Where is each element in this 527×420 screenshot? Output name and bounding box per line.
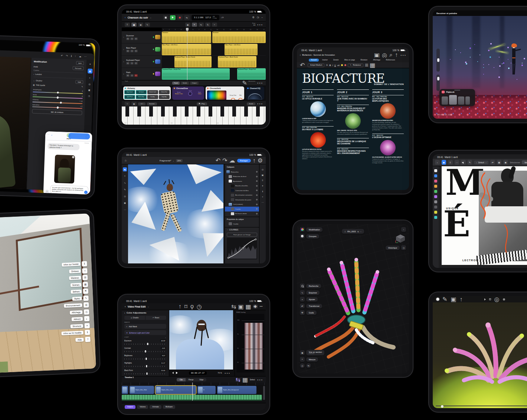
layer-row[interactable]: Ajustements xyxy=(225,179,259,184)
alchemy-pad[interactable]: Bright Arp xyxy=(159,95,170,99)
mode-option[interactable]: Edge xyxy=(197,378,207,381)
slider-value[interactable]: 15.44 xyxy=(160,369,166,372)
redo-icon[interactable]: ↷ xyxy=(66,54,68,57)
layer-row[interactable]: Correction du bleu xyxy=(225,188,259,193)
viewer[interactable] xyxy=(169,310,233,370)
crop-icon[interactable]: ▣ xyxy=(88,89,91,91)
photo-canvas[interactable] xyxy=(0,53,31,189)
project-title[interactable]: Chanson du soir xyxy=(128,16,148,19)
layer-visibility-icon[interactable] xyxy=(256,180,258,182)
layer-visibility-icon[interactable] xyxy=(256,185,258,187)
adjustment-slider[interactable]: Highlights 11.27 xyxy=(124,362,166,367)
timeline-scrollbar[interactable] xyxy=(263,386,265,400)
ribbon-tab[interactable]: Révision xyxy=(359,59,370,62)
mute-button[interactable]: M xyxy=(126,62,130,65)
scrubber-handle[interactable] xyxy=(441,405,443,408)
text-tool[interactable] xyxy=(434,206,437,209)
collapse-icon[interactable]: − xyxy=(360,230,361,233)
panel-button[interactable]: ✎ xyxy=(83,295,89,301)
timecode[interactable]: 00:00:27:17 xyxy=(189,371,207,375)
wet-knob[interactable]: Wet xyxy=(238,91,243,100)
brush-tool[interactable] xyxy=(434,185,437,188)
brush-size-slider[interactable] xyxy=(436,49,440,72)
slider-value[interactable]: 11.27 xyxy=(160,362,166,364)
history-icon[interactable]: ◷ xyxy=(88,95,90,97)
panel-button[interactable]: ▦ xyxy=(83,282,88,287)
region[interactable]: Keyboard Player - Broken Chords xyxy=(174,56,212,68)
export-icon[interactable]: ↑ xyxy=(253,157,256,164)
region[interactable]: Drummer xyxy=(212,32,266,43)
render-canvas[interactable] xyxy=(433,302,527,408)
heal-tool[interactable]: ◎ xyxy=(123,194,127,198)
heal-icon[interactable]: ◎ xyxy=(88,83,90,85)
crop-tool[interactable] xyxy=(434,200,437,203)
drive-knob[interactable] xyxy=(188,92,192,96)
document-page[interactable]: BIOFACTURE SOMMET DE L'INNOVATION JOUR 1… xyxy=(297,68,409,190)
settings-icon[interactable]: ⚙ xyxy=(252,16,255,19)
panel-button[interactable]: ▤ xyxy=(82,275,88,280)
play-mode-button[interactable]: Play xyxy=(197,102,207,105)
more-tools[interactable]: ⋯ xyxy=(123,207,127,211)
info-icon[interactable]: ℹ xyxy=(262,190,263,193)
chevron-down-icon[interactable]: ⌄ xyxy=(165,337,166,338)
layer-row[interactable]: En haut à droite xyxy=(225,211,259,216)
plugin-channeleq[interactable]: Channel EQ xyxy=(246,86,264,100)
poster-letter-e[interactable]: É xyxy=(443,210,470,239)
layer-visibility-icon[interactable] xyxy=(256,204,258,205)
timeline-playhead[interactable] xyxy=(192,383,193,401)
viewer-zoom[interactable]: 74 % xyxy=(218,372,222,374)
connect-icon[interactable]: ⇆ xyxy=(236,376,240,383)
frame-thumbnail[interactable] xyxy=(458,96,464,105)
timeline-scrubber[interactable] xyxy=(436,406,527,406)
copy-tool-icon[interactable]: ▣ xyxy=(185,23,190,27)
document-title[interactable]: Fragmenté* ⌄ 26% xyxy=(160,159,183,162)
groups-icon[interactable] xyxy=(300,234,305,239)
collapse-icon[interactable]: − xyxy=(261,16,263,19)
property-item[interactable]: Courbe xyxy=(225,222,259,226)
timeline-name[interactable]: Timeline 1 xyxy=(125,376,134,378)
italic-button[interactable]: I xyxy=(332,64,333,66)
record-enable-button[interactable]: R xyxy=(134,37,138,40)
layer-row[interactable]: Courbe xyxy=(225,207,259,211)
chromaglow-model[interactable]: ModelModern Tube xyxy=(175,92,183,95)
back-icon[interactable]: ‹ xyxy=(125,305,126,308)
slider-knob[interactable] xyxy=(147,343,148,345)
slider-knob[interactable] xyxy=(146,365,147,367)
solo-button[interactable]: S xyxy=(130,50,134,52)
cloud-icon[interactable]: ☁ xyxy=(229,157,235,164)
comments-icon[interactable]: ✦ xyxy=(262,184,264,187)
panel-button[interactable]: ℹ xyxy=(82,261,87,267)
enhance-button[interactable]: ✦Enhance Light and Color xyxy=(124,330,166,335)
layers-icon[interactable]: ▣ xyxy=(262,174,264,176)
history-button[interactable]: Historique xyxy=(386,246,400,250)
split-keyboard-icon[interactable]: ▣ xyxy=(131,102,137,106)
black-keys[interactable] xyxy=(122,106,266,117)
camera-icon[interactable]: ⌑ xyxy=(184,303,187,310)
measure-button[interactable]: Mesure xyxy=(306,357,318,362)
frame-thumbnail[interactable] xyxy=(442,96,448,105)
align-icon[interactable]: ▦ xyxy=(497,160,502,165)
region[interactable]: Keyboard Player - Block Chords xyxy=(218,56,256,68)
index-icon[interactable]: ▦ xyxy=(242,376,248,383)
curves-graph[interactable] xyxy=(227,238,257,259)
measure-icon[interactable]: ⌖ xyxy=(300,357,305,362)
record-enable-button[interactable]: R xyxy=(134,62,138,65)
plugin-alchemy[interactable]: Alchemy Angel SynthSoft SynthMetallic Sw… xyxy=(123,86,171,100)
stop-icon[interactable] xyxy=(489,298,491,300)
3d-model-canvas[interactable] xyxy=(301,254,405,361)
more-icon[interactable]: ⋯ xyxy=(455,160,459,165)
font-picker[interactable]: Antipol Medium xyxy=(308,63,324,67)
shape-tool[interactable] xyxy=(434,195,437,198)
menu-icon[interactable]: ≡ xyxy=(448,160,453,165)
font-size[interactable]: 11 xyxy=(326,64,328,66)
layer-visibility-icon[interactable] xyxy=(256,208,258,210)
region[interactable]: Drummer xyxy=(162,32,211,43)
timer-icon[interactable]: ◷ xyxy=(197,303,202,310)
zoom-level[interactable]: 26% xyxy=(176,159,183,162)
slider-value[interactable]: 9.07 xyxy=(161,354,166,357)
visibility-icon[interactable]: ◎ xyxy=(494,296,500,303)
text-effects-button[interactable]: aA xyxy=(337,64,340,66)
panel-button[interactable]: ℹ xyxy=(85,330,90,335)
adjustment-slider[interactable]: Brightness 9.07 xyxy=(124,354,166,360)
node-tool[interactable] xyxy=(434,174,437,177)
